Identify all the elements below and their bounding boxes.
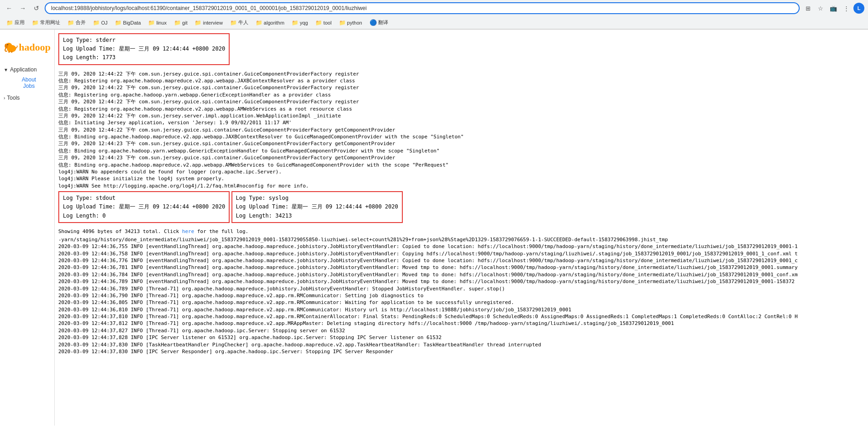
bookmark-tool[interactable]: 📁 tool	[313, 19, 334, 27]
log-section-stdout: Log Type: stdout Log Upload Time: 星期一 三月…	[58, 191, 230, 223]
bookmark-translate-label: 翻译	[378, 19, 388, 26]
bookmark-git[interactable]: 📁 git	[171, 19, 190, 27]
folder-icon: 📁	[339, 20, 346, 26]
hadoop-logo-svg	[4, 37, 18, 57]
syslog-line-7: 2020-03-09 12:44:36,789 INFO [eventHandl…	[58, 278, 864, 285]
bookmark-translate[interactable]: 🔵 翻译	[367, 18, 391, 27]
svg-rect-4	[8, 51, 10, 52]
svg-point-3	[7, 44, 8, 45]
bookmark-interview[interactable]: 📁 interview	[192, 19, 225, 27]
log-stderr-length: Log Length: 1773	[63, 53, 225, 62]
address-bar[interactable]	[45, 2, 800, 14]
log-stderr-line-3: 三月 09, 2020 12:44:22 下午 com.sun.jersey.g…	[58, 84, 864, 91]
syslog-line-11: 2020-03-09 12:44:36,810 INFO [Thread-71]…	[58, 306, 864, 313]
syslog-line-3: 2020-03-09 12:44:36,758 INFO [eventHandl…	[58, 250, 864, 257]
log-stderr-line-17: log4j:WARN See http://logging.apache.org…	[58, 183, 864, 189]
sidebar-application-header[interactable]: ▼ Application	[0, 65, 54, 75]
sidebar-tools-section: › Tools	[0, 93, 54, 103]
main-content: Log Type: stderr Log Upload Time: 星期一 三月…	[55, 30, 868, 426]
syslog-line-17: 2020-03-09 12:44:37,830 INFO [IPC Server…	[58, 348, 864, 355]
log-stderr-line-13: 三月 09, 2020 12:44:23 下午 com.sun.jersey.g…	[58, 154, 864, 161]
folder-icon: 📁	[115, 20, 122, 26]
folder-icon: 📁	[6, 20, 13, 26]
syslog-line-5: 2020-03-09 12:44:36,781 INFO [eventHandl…	[58, 264, 864, 271]
bookmarks-bar: 📁 应用 📁 常用网址 📁 合并 📁 OJ 📁 BigData 📁 linux …	[0, 16, 868, 29]
bookmark-yqg-label: yqg	[300, 20, 308, 25]
log-stderr-line-1: 三月 09, 2020 12:44:22 下午 com.sun.jersey.g…	[58, 71, 864, 77]
bookmark-bigdata-label: BigData	[123, 20, 141, 25]
syslog-line-4: 2020-03-09 12:44:36,776 INFO [eventHandl…	[58, 257, 864, 264]
bookmark-niuren-label: 牛人	[238, 19, 248, 26]
bookmark-apps-label: 应用	[15, 19, 25, 26]
syslog-note-after: for the full log.	[194, 228, 248, 234]
log-stderr-line-9: 三月 09, 2020 12:44:22 下午 com.sun.jersey.g…	[58, 127, 864, 133]
about-label: About	[22, 76, 36, 83]
bookmark-algorithm[interactable]: 📁 algorithm	[253, 19, 287, 27]
jobs-label: Jobs	[23, 83, 35, 89]
log-section-syslog: Log Type: syslog Log Upload Time: 星期一 三月…	[231, 191, 403, 223]
hadoop-text: hadoop	[19, 41, 51, 53]
log-stderr-line-4: 信息: Registering org.apache.hadoop.yarn.w…	[58, 91, 864, 98]
sidebar-application-section: ▼ Application About Jobs	[0, 65, 54, 91]
log-syslog-upload: Log Upload Time: 星期一 三月 09 12:44:44 +080…	[236, 203, 398, 211]
log-syslog-length: Log Length: 34213	[236, 212, 398, 220]
syslog-line-14: 2020-03-09 12:44:37,827 INFO [Thread-71]…	[58, 327, 864, 334]
profile-avatar[interactable]: L	[853, 3, 864, 14]
bookmark-button[interactable]: ☆	[815, 3, 826, 14]
bookmark-yqg[interactable]: 📁 yqg	[289, 19, 311, 27]
sidebar-item-about[interactable]: About Jobs	[0, 75, 54, 91]
tools-label: Tools	[7, 95, 20, 101]
browser-toolbar: ← → ↺ ⊞ ☆ 📺 ⋮ L	[0, 0, 868, 16]
bookmark-niuren[interactable]: 📁 牛人	[227, 18, 251, 27]
syslog-line-12: 2020-03-09 12:44:37,810 INFO [Thread-71]…	[58, 313, 864, 320]
log-stderr-line-16: log4j:WARN Please initialize the log4j s…	[58, 175, 864, 182]
log-syslog-meta: Log Type: syslog Log Upload Time: 星期一 三月…	[236, 194, 398, 220]
bookmark-bigdata[interactable]: 📁 BigData	[112, 19, 144, 27]
bookmark-python-label: python	[347, 20, 362, 25]
bookmark-common[interactable]: 📁 常用网址	[29, 18, 63, 27]
log-stderr-line-7: 三月 09, 2020 12:44:22 下午 com.sun.jersey.s…	[58, 112, 864, 119]
bookmark-oj[interactable]: 📁 OJ	[90, 19, 110, 27]
bookmark-python[interactable]: 📁 python	[336, 19, 365, 27]
log-stdout-upload: Log Upload Time: 星期一 三月 09 12:44:44 +080…	[63, 203, 225, 211]
sidebar-tools-header[interactable]: › Tools	[0, 93, 54, 103]
bookmark-linux[interactable]: 📁 linux	[145, 19, 169, 27]
log-stdout-meta: Log Type: stdout Log Upload Time: 星期一 三月…	[63, 194, 225, 220]
forward-button[interactable]: →	[17, 3, 28, 14]
bookmark-oj-label: OJ	[101, 20, 108, 25]
tools-triangle-icon: ›	[4, 96, 5, 101]
back-button[interactable]: ←	[4, 3, 15, 14]
syslog-here-link[interactable]: here	[182, 228, 195, 234]
cast-button[interactable]: 📺	[828, 3, 839, 14]
log-stderr-content: 三月 09, 2020 12:44:22 下午 com.sun.jersey.g…	[58, 71, 864, 190]
log-stdout-length: Log Length: 0	[63, 212, 225, 220]
bookmark-merge[interactable]: 📁 合并	[65, 18, 88, 27]
menu-button[interactable]: ⋮	[841, 3, 852, 14]
log-stderr-line-8: 信息: Initiating Jersey application, versi…	[58, 119, 864, 126]
svg-rect-5	[11, 51, 12, 52]
sidebar: hadoop ▼ Application About Jobs › Tools	[0, 30, 55, 426]
log-syslog-type: Log Type: syslog	[236, 194, 398, 203]
refresh-button[interactable]: ↺	[31, 3, 42, 14]
application-triangle-icon: ▼	[4, 67, 8, 72]
syslog-line-16: 2020-03-09 12:44:37,830 INFO [TaskHeartb…	[58, 341, 864, 348]
browser-chrome: ← → ↺ ⊞ ☆ 📺 ⋮ L 📁 应用 📁 常用网址 📁 合并 📁 OJ	[0, 0, 868, 30]
application-label: Application	[10, 66, 37, 73]
log-stderr-meta: Log Type: stderr Log Upload Time: 星期一 三月…	[63, 36, 225, 62]
folder-icon: 📁	[315, 20, 322, 26]
folder-icon: 📁	[174, 20, 181, 26]
translate-icon: 🔵	[370, 19, 377, 26]
bookmark-interview-label: interview	[203, 20, 222, 25]
bookmark-apps[interactable]: 📁 应用	[4, 18, 27, 27]
bookmark-merge-label: 合并	[76, 19, 86, 26]
page-container: hadoop ▼ Application About Jobs › Tools	[0, 30, 868, 426]
syslog-line-1: -yarn/staging/history/done_intermediate/…	[58, 236, 864, 243]
extensions-button[interactable]: ⊞	[802, 3, 813, 14]
folder-icon: 📁	[148, 20, 155, 26]
syslog-line-10: 2020-03-09 12:44:36,805 INFO [Thread-71]…	[58, 299, 864, 306]
log-stderr-line-11: 三月 09, 2020 12:44:23 下午 com.sun.jersey.g…	[58, 140, 864, 147]
browser-icons: ⊞ ☆ 📺 ⋮ L	[802, 3, 864, 14]
log-section-stderr: Log Type: stderr Log Upload Time: 星期一 三月…	[58, 33, 230, 65]
syslog-line-13: 2020-03-09 12:44:37,812 INFO [Thread-71]…	[58, 320, 864, 327]
log-stderr-line-5: 三月 09, 2020 12:44:22 下午 com.sun.jersey.g…	[58, 98, 864, 105]
